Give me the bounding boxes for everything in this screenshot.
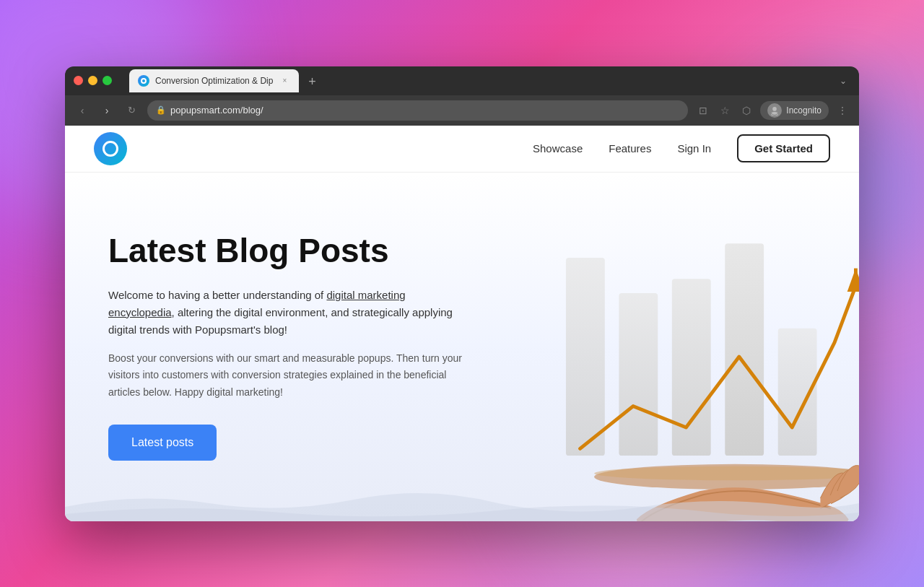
bookmark-icon[interactable]: ☆ [717, 103, 733, 118]
hero-section: Latest Blog Posts Welcome to having a be… [65, 173, 859, 521]
address-bar-right: ⊡ ☆ ⬡ Incognito ⋮ [695, 101, 850, 120]
title-bar-right: ⌄ [836, 74, 850, 88]
svg-rect-5 [672, 279, 711, 456]
site-nav: Showcase Features Sign In Get Started [65, 126, 859, 173]
browser-sync-icon[interactable]: ⬡ [738, 103, 754, 118]
minimize-window-button[interactable] [88, 76, 97, 85]
incognito-badge[interactable]: Incognito [760, 101, 829, 120]
site-nav-links: Showcase Features Sign In Get Started [533, 134, 830, 162]
svg-rect-6 [725, 243, 764, 456]
url-bar[interactable]: 🔒 popupsmart.com/blog/ [147, 100, 688, 121]
maximize-window-button[interactable] [103, 76, 112, 85]
url-text: popupsmart.com/blog/ [170, 105, 263, 116]
tab-close-button[interactable]: × [279, 75, 290, 87]
back-button[interactable]: ‹ [74, 102, 91, 119]
close-window-button[interactable] [74, 76, 83, 85]
browser-window: Conversion Optimization & Dip × + ⌄ ‹ › … [65, 66, 859, 521]
collapse-icon[interactable]: ⌄ [836, 74, 850, 88]
tabs-area: Conversion Optimization & Dip × + [129, 69, 830, 92]
incognito-label: Incognito [786, 105, 821, 116]
svg-rect-3 [566, 257, 605, 455]
web-content: Showcase Features Sign In Get Started La… [65, 126, 859, 521]
hero-title: Latest Blog Posts [108, 232, 469, 269]
lock-icon: 🔒 [156, 105, 166, 115]
address-bar: ‹ › ↻ 🔒 popupsmart.com/blog/ ⊡ ☆ ⬡ Incog… [65, 95, 859, 126]
menu-icon[interactable]: ⋮ [834, 103, 850, 118]
tab-favicon [138, 75, 149, 87]
title-bar: Conversion Optimization & Dip × + ⌄ [65, 66, 859, 95]
new-tab-button[interactable]: + [302, 72, 322, 92]
nav-features[interactable]: Features [609, 142, 651, 155]
reload-button[interactable]: ↻ [123, 102, 140, 119]
forward-button[interactable]: › [98, 102, 116, 119]
svg-point-0 [772, 107, 777, 111]
svg-rect-4 [619, 292, 658, 455]
hero-chart [520, 187, 859, 521]
hero-description: Boost your conversions with our smart an… [108, 350, 469, 401]
nav-showcase[interactable]: Showcase [533, 142, 583, 155]
hero-subtitle: Welcome to having a better understanding… [108, 287, 469, 339]
incognito-avatar [767, 103, 782, 118]
get-started-button[interactable]: Get Started [737, 134, 830, 162]
site-logo [94, 132, 127, 165]
traffic-lights [74, 76, 112, 85]
cast-icon[interactable]: ⊡ [695, 103, 711, 118]
latest-posts-button[interactable]: Latest posts [108, 425, 217, 461]
hero-text: Latest Blog Posts Welcome to having a be… [108, 232, 469, 461]
active-tab[interactable]: Conversion Optimization & Dip × [129, 69, 299, 92]
nav-sign-in[interactable]: Sign In [677, 142, 711, 155]
bottom-waves [65, 478, 859, 521]
tab-title: Conversion Optimization & Dip [155, 76, 273, 86]
hero-subtitle-text1: Welcome to having a better understanding… [108, 289, 326, 301]
